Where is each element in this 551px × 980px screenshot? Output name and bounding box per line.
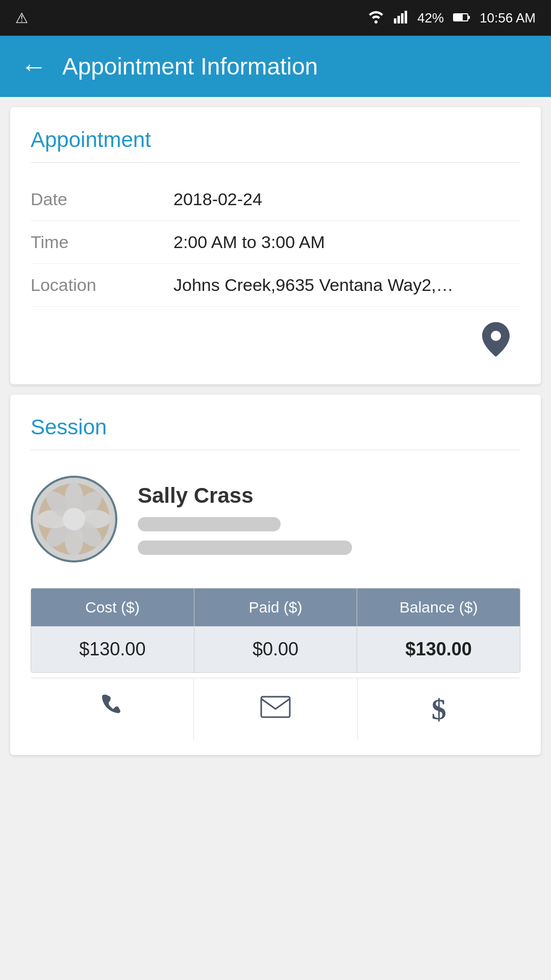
action-row: $ — [31, 678, 520, 740]
session-profile: Sally Crass — [31, 465, 520, 583]
dollar-icon: $ — [432, 692, 446, 726]
app-header: ← Appointment Information — [0, 36, 551, 97]
profile-bar-long — [138, 541, 352, 555]
page-title: Appointment Information — [62, 53, 318, 80]
profile-name: Sally Crass — [138, 483, 520, 508]
session-section-title: Session — [31, 415, 520, 439]
appointment-section-title: Appointment — [31, 128, 520, 152]
email-button[interactable] — [194, 678, 357, 740]
time-label: Time — [31, 232, 173, 252]
avatar — [31, 476, 117, 562]
date-row: Date 2018-02-24 — [31, 178, 520, 221]
svg-rect-1 — [397, 16, 400, 23]
session-card: Session — [10, 395, 541, 755]
cost-value: $130.00 — [31, 626, 194, 672]
status-bar-left: ⚠ — [15, 10, 28, 27]
phone-button[interactable] — [31, 678, 194, 740]
date-value: 2018-02-24 — [173, 189, 520, 209]
balance-header: Balance ($) — [357, 589, 520, 626]
location-row: Location Johns Creek,9635 Ventana Way2,… — [31, 264, 520, 307]
phone-icon — [99, 693, 126, 725]
battery-label: 42% — [417, 10, 444, 26]
svg-rect-2 — [401, 13, 404, 23]
warning-icon: ⚠ — [15, 10, 28, 27]
appointment-card: Appointment Date 2018-02-24 Time 2:00 AM… — [10, 107, 541, 384]
svg-rect-0 — [394, 18, 396, 23]
svg-point-16 — [63, 508, 85, 530]
location-label: Location — [31, 275, 173, 295]
back-button[interactable]: ← — [20, 53, 47, 80]
status-bar: ⚠ 42% 10:56 AM — [0, 0, 551, 36]
time-row: Time 2:00 AM to 3:00 AM — [31, 221, 520, 264]
svg-rect-17 — [261, 697, 290, 717]
cost-header: Cost ($) — [31, 589, 194, 626]
main-content: Appointment Date 2018-02-24 Time 2:00 AM… — [0, 97, 551, 765]
date-label: Date — [31, 189, 173, 209]
location-value: Johns Creek,9635 Ventana Way2,… — [173, 275, 520, 295]
status-bar-right: 42% 10:56 AM — [367, 9, 536, 27]
location-pin-icon[interactable] — [482, 322, 510, 364]
payment-button[interactable]: $ — [358, 678, 520, 740]
svg-rect-3 — [405, 11, 407, 23]
paid-header: Paid ($) — [194, 589, 357, 626]
cost-table: Cost ($) $130.00 Paid ($) $0.00 Balance … — [31, 588, 520, 673]
session-divider — [31, 450, 520, 450]
svg-rect-5 — [454, 14, 462, 20]
appointment-divider — [31, 162, 520, 163]
cost-column: Cost ($) $130.00 — [31, 589, 194, 672]
wifi-icon — [367, 9, 385, 27]
time-display: 10:56 AM — [480, 10, 536, 26]
svg-rect-6 — [468, 16, 470, 19]
location-pin-row — [31, 307, 520, 369]
time-value: 2:00 AM to 3:00 AM — [173, 232, 520, 252]
signal-icon — [394, 9, 408, 27]
profile-bar-short — [138, 517, 281, 531]
balance-value: $130.00 — [357, 626, 520, 672]
paid-column: Paid ($) $0.00 — [194, 589, 358, 672]
paid-value: $0.00 — [194, 626, 357, 672]
battery-icon — [453, 10, 470, 26]
email-icon — [260, 694, 291, 724]
balance-column: Balance ($) $130.00 — [357, 589, 520, 672]
profile-info: Sally Crass — [138, 483, 520, 555]
